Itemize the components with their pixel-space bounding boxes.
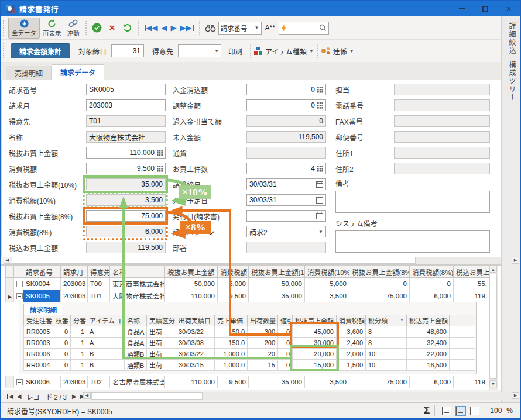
column-header[interactable]: 得意先 <box>88 266 110 278</box>
cell[interactable]: 6,000 <box>410 376 454 388</box>
column-header[interactable]: 税抜お買上金額(10%) <box>249 266 305 278</box>
scroll-right-button[interactable]: ▶ <box>512 257 519 264</box>
collapse-icon[interactable] <box>16 379 23 385</box>
previous-record-button[interactable]: ◀ <box>162 23 167 32</box>
column-header[interactable]: 出荷実績日 <box>176 315 215 326</box>
cell[interactable]: 16,500 <box>407 360 450 371</box>
collapse-icon[interactable] <box>16 281 23 287</box>
chevron-down-icon[interactable]: ▼ <box>318 229 323 235</box>
cell[interactable]: 30/03/08 <box>176 338 215 349</box>
first-record-button[interactable]: ◀◀ <box>144 23 158 32</box>
cell[interactable]: 119, <box>454 376 490 388</box>
cell[interactable]: RR0003 <box>24 338 53 349</box>
cell[interactable]: B <box>87 349 125 360</box>
cell[interactable]: T00 <box>88 278 110 290</box>
maximize-button[interactable] <box>477 1 494 16</box>
column-header[interactable]: 実績区分 <box>147 315 176 326</box>
scroll-down-button[interactable]: ▼ <box>489 380 497 387</box>
filter-arrow-icon[interactable]: ▼ <box>400 318 404 322</box>
confirm-button[interactable] <box>90 20 105 36</box>
cell[interactable]: SK0006 <box>23 376 61 388</box>
toolbar-grip[interactable] <box>3 20 6 36</box>
column-header[interactable]: 税込お買上金額 <box>454 266 490 278</box>
next-record-button[interactable]: ▶ <box>72 393 77 400</box>
cell[interactable]: 15,000 <box>293 360 337 371</box>
scroll-left-button[interactable]: ◀ <box>4 257 11 264</box>
cell[interactable]: 203003 <box>61 290 88 302</box>
calculator-icon[interactable] <box>157 150 163 156</box>
cell[interactable]: B <box>87 360 125 371</box>
side-tab-tree[interactable]: 構成ツリー <box>507 61 517 102</box>
calculator-icon[interactable] <box>157 166 163 172</box>
cell[interactable]: 200 <box>248 338 278 349</box>
cell[interactable]: 3,500 <box>305 376 349 388</box>
cell[interactable]: T02 <box>88 376 110 388</box>
scroll-right-button[interactable]: ▶ <box>512 392 519 399</box>
cell[interactable]: 1 <box>71 338 87 349</box>
undo-button[interactable] <box>120 20 135 36</box>
cell[interactable]: 東京商事株式会社 <box>110 278 165 290</box>
calculator-icon[interactable] <box>317 166 323 172</box>
issue-date-field[interactable] <box>246 210 326 222</box>
calendar-icon[interactable] <box>316 197 323 204</box>
toolbar-grip[interactable] <box>3 43 6 58</box>
invoice-number-field[interactable]: SK0005 <box>86 84 166 95</box>
sum-button[interactable]: Σ <box>424 405 430 416</box>
cell[interactable]: 名古屋金属株式会社 <box>110 376 165 388</box>
cell[interactable]: 出荷 <box>147 338 176 349</box>
scroll-thumb[interactable] <box>489 274 497 379</box>
cell[interactable]: 0 <box>278 360 293 371</box>
column-header[interactable]: 売上単価 <box>215 315 248 326</box>
search-field-select[interactable]: 請求番号 ▼ <box>218 22 262 35</box>
tab-sales-detail[interactable]: 売掛明細 <box>6 66 52 80</box>
cell[interactable]: T01 <box>88 290 110 302</box>
cell[interactable]: 9,500 <box>218 290 249 302</box>
side-tab-filter[interactable]: 詳細絞込 <box>507 22 517 55</box>
chevron-down-icon[interactable]: ▼ <box>349 49 354 54</box>
cell[interactable]: 150.0 <box>215 326 248 338</box>
calculator-icon[interactable] <box>317 87 323 93</box>
cell[interactable]: 1,500 <box>337 360 366 371</box>
expand-toggle[interactable] <box>14 278 23 290</box>
cell[interactable]: 3,600 <box>337 326 366 338</box>
cell[interactable]: 48,600 <box>407 326 450 338</box>
column-header[interactable]: 枝番 <box>53 315 71 326</box>
cell[interactable]: RR0004 <box>24 360 53 371</box>
chevron-down-icon[interactable]: ▼ <box>309 49 314 54</box>
cell[interactable]: 大阪物産株式会社 <box>110 290 165 302</box>
cell[interactable]: 2,000 <box>337 349 366 360</box>
cell[interactable]: 50,000 <box>249 278 305 290</box>
cell[interactable]: 酒類B <box>125 349 147 360</box>
cell[interactable]: 0 <box>278 349 293 360</box>
column-header[interactable]: 名称 <box>110 266 165 278</box>
column-header[interactable]: 消費税額 <box>218 266 249 278</box>
cell[interactable]: 300 <box>248 326 278 338</box>
cell[interactable]: 出荷 <box>147 326 176 338</box>
cell[interactable]: 2,400 <box>337 338 366 349</box>
column-header[interactable]: 税込売上金額 <box>407 315 450 326</box>
scroll-left-button[interactable]: ◀ <box>83 392 91 399</box>
tab-invoice-data[interactable]: 請求データ <box>52 64 104 80</box>
cell[interactable]: 1,000.0 <box>215 349 248 360</box>
cell[interactable]: 30,000 <box>293 338 337 349</box>
cell[interactable]: 20,000 <box>293 349 337 360</box>
cell[interactable]: 出荷 <box>147 360 176 371</box>
next-record-button[interactable]: ▶ <box>171 23 177 32</box>
expand-toggle[interactable] <box>14 376 23 388</box>
all-data-button[interactable]: 全データ <box>8 18 40 39</box>
column-header[interactable]: アイテムコード <box>87 315 125 326</box>
column-header[interactable]: 消費税額(10%) <box>305 266 349 278</box>
expand-toggle[interactable] <box>14 290 23 302</box>
cell[interactable]: 8 <box>366 338 407 349</box>
cell-selected[interactable]: SK0005 <box>23 290 61 302</box>
column-header[interactable]: 値引 <box>278 315 293 326</box>
invoice-month-field[interactable]: 203003 <box>86 99 166 111</box>
cell[interactable]: 30/03/15 <box>176 360 215 371</box>
item-type-button[interactable]: アイテム種類 <box>265 46 307 56</box>
cell[interactable]: 50,000 <box>165 278 218 290</box>
invoice-aggregate-button[interactable]: 請求金額集計 <box>11 43 70 58</box>
cell[interactable]: 75,000 <box>349 290 410 302</box>
calendar-icon[interactable] <box>316 212 323 219</box>
cell[interactable]: 5,000 <box>218 278 249 290</box>
cell[interactable]: A <box>87 326 125 338</box>
